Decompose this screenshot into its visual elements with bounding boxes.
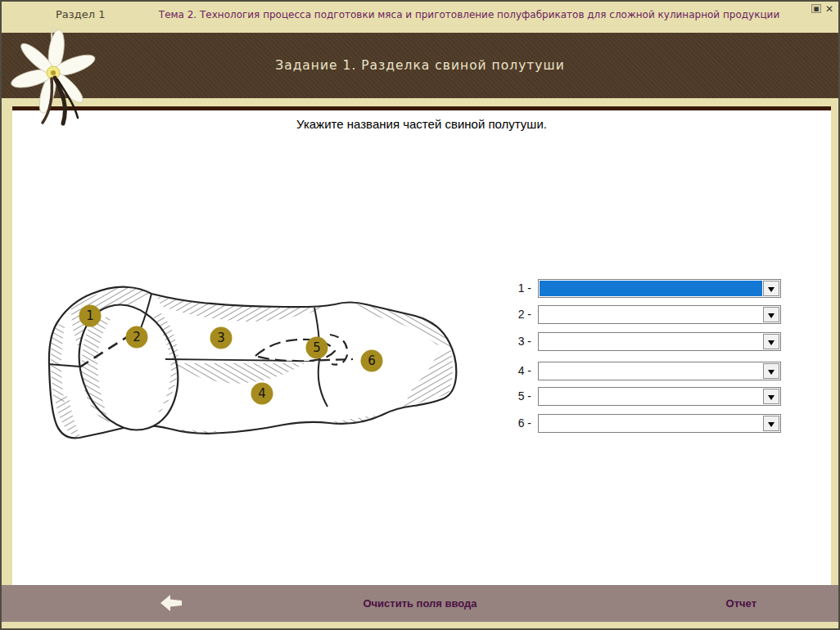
dropdown-3-value[interactable] [540,334,762,349]
dropdown-4-value[interactable] [540,363,762,379]
dropdown-4-arrow-button[interactable] [763,363,779,379]
chevron-down-icon [768,395,775,403]
diagram-marker-4: 4 [251,383,273,405]
svg-text:3: 3 [217,331,225,345]
page-title: Задание 1. Разделка свиной полутуши [275,58,565,73]
bottom-strip [2,622,838,630]
dropdown-1-value[interactable] [540,281,762,296]
dropdown-4[interactable] [538,362,781,380]
dropdown-6[interactable] [538,414,781,433]
dropdown-label-5: 5 - [499,387,531,406]
dropdown-label-3: 3 - [499,332,531,351]
content-area: Укажите названия частей свиной полутуши. [12,110,831,585]
dropdown-6-arrow-button[interactable] [763,416,779,431]
svg-text:5: 5 [313,340,321,355]
svg-text:4: 4 [258,386,266,401]
dropdown-5-arrow-button[interactable] [763,389,779,404]
diagram-marker-2: 2 [126,326,148,349]
instruction-text: Укажите названия частей свиной полутуши. [12,117,831,131]
dropdown-2-arrow-button[interactable] [763,307,779,322]
close-icon: ✕ [825,3,833,15]
chevron-down-icon [768,287,775,295]
dropdown-label-2: 2 - [499,305,531,324]
report-button[interactable]: Отчет [726,597,756,610]
dropdown-5[interactable] [538,387,781,406]
minimize-icon: ■ [814,6,820,12]
dropdown-6-value[interactable] [540,416,762,431]
dropdown-5-value[interactable] [540,389,762,404]
dropdown-2[interactable] [538,305,781,324]
chevron-down-icon [768,340,775,349]
dropdown-label-6: 6 - [499,414,531,433]
app-window: Раздел 1 Тема 2. Технология процесса под… [0,0,840,630]
chevron-down-icon [768,422,775,430]
footer-bar: Очистить поля ввода Отчет [2,585,838,622]
dropdown-1[interactable] [538,279,781,298]
pig-carcass-diagram: 1 2 3 4 5 [47,277,485,445]
dropdown-3-arrow-button[interactable] [763,334,779,349]
dropdown-3[interactable] [538,332,781,351]
minimize-button[interactable]: ■ [811,4,821,13]
chevron-down-icon [768,370,775,378]
svg-text:1: 1 [86,308,94,323]
svg-text:6: 6 [368,353,376,368]
clear-fields-button[interactable]: Очистить поля ввода [2,597,838,610]
diagram-marker-1: 1 [79,305,102,327]
menu-item-section[interactable]: Раздел 1 [56,8,105,20]
svg-text:2: 2 [133,330,141,344]
close-button[interactable]: ✕ [825,4,833,15]
window-controls: ■ ✕ [811,4,833,15]
diagram-marker-6: 6 [361,350,383,372]
dropdown-label-1: 1 - [499,279,531,298]
dropdown-2-value[interactable] [540,307,762,322]
diagram-marker-3: 3 [210,327,233,349]
header-band: Задание 1. Разделка свиной полутуши [2,33,838,98]
dropdown-label-4: 4 - [499,362,531,380]
dropdown-1-arrow-button[interactable] [763,281,779,296]
menubar: Раздел 1 Тема 2. Технология процесса под… [2,2,838,32]
diagram-marker-5: 5 [306,337,328,359]
topic-title: Тема 2. Технология процесса подготовки м… [124,9,814,20]
chevron-down-icon [768,313,775,322]
vanilla-flower-icon [6,24,102,126]
